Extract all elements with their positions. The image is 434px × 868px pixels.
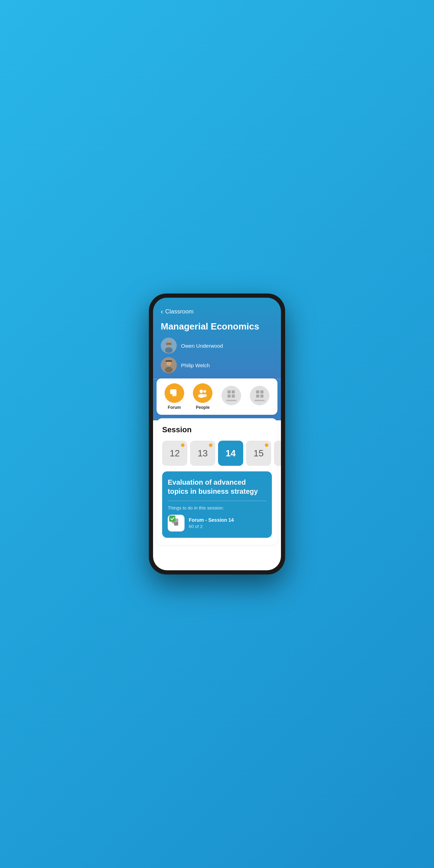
svg-point-2	[165, 347, 173, 353]
header-area: ‹ Classroom Managerial Economics	[153, 298, 281, 379]
tab-3[interactable]	[222, 386, 241, 407]
back-label: Classroom	[165, 308, 194, 315]
card-divider	[168, 501, 266, 501]
back-nav[interactable]: ‹ Classroom	[161, 308, 273, 316]
task-icon-inner	[171, 518, 181, 529]
things-todo-label: Things to do in this session:	[168, 505, 266, 511]
session-card: Evaluation of advanced topics in busines…	[162, 471, 272, 538]
session-numbers: 12 13 14 15 16	[162, 441, 272, 466]
back-chevron-icon: ‹	[161, 308, 163, 316]
course-title: Managerial Economics	[161, 321, 273, 332]
svg-point-18	[203, 394, 207, 397]
instructor-name-1: Owen Underwood	[181, 343, 223, 349]
session-num-15[interactable]: 15	[246, 441, 271, 466]
avatar-instructor-2	[161, 357, 177, 373]
task-icon-box	[168, 515, 185, 531]
session-num-14[interactable]: 14	[218, 441, 243, 466]
people-tab-label: People	[196, 405, 210, 410]
people-icon-circle	[193, 383, 212, 403]
session-num-12[interactable]: 12	[162, 441, 187, 466]
grid-icon-4	[254, 390, 265, 401]
svg-point-8	[166, 361, 171, 366]
tab-forum[interactable]: Forum	[165, 383, 184, 410]
dot-13	[209, 443, 212, 447]
avatar-instructor-1	[161, 338, 177, 354]
forum-icon-circle	[165, 383, 184, 403]
task-row[interactable]: Forum - Session 14 60 of 2	[168, 515, 266, 531]
svg-point-16	[203, 390, 206, 393]
instructor-row-1: Owen Underwood	[161, 338, 273, 354]
phone-screen: ‹ Classroom Managerial Economics	[153, 298, 281, 570]
dot-12	[181, 443, 185, 447]
instructors-list: Owen Underwood Philip Welch	[161, 338, 273, 373]
instructor-name-2: Philip Welch	[181, 362, 210, 368]
dot-15	[265, 443, 268, 447]
people-icon	[197, 388, 208, 398]
session-num-16[interactable]: 16	[274, 441, 281, 466]
grid-icon-3	[226, 390, 237, 401]
svg-point-11	[165, 360, 172, 362]
check-badge	[169, 515, 175, 522]
forum-icon	[169, 388, 180, 398]
task-info: Forum - Session 14 60 of 2	[189, 517, 234, 529]
tab-4[interactable]	[250, 386, 269, 407]
session-section-title: Session	[162, 425, 272, 434]
svg-point-9	[165, 367, 173, 372]
tab3-icon-circle	[222, 386, 241, 405]
task-count: 60 of 2	[189, 524, 234, 529]
tab4-icon-circle	[250, 386, 269, 405]
svg-rect-20	[174, 522, 178, 526]
tab-bar: Forum People	[157, 378, 277, 415]
svg-rect-13	[172, 393, 176, 396]
phone-frame: ‹ Classroom Managerial Economics	[149, 294, 285, 574]
main-content: Session 12 13 14 15	[157, 418, 277, 545]
forum-tab-label: Forum	[168, 405, 181, 410]
session-num-13[interactable]: 13	[190, 441, 215, 466]
tab-people[interactable]: People	[193, 383, 212, 410]
svg-point-15	[200, 390, 203, 393]
instructor-row-2: Philip Welch	[161, 357, 273, 373]
task-name: Forum - Session 14	[189, 517, 234, 523]
session-card-title: Evaluation of advanced topics in busines…	[168, 478, 266, 496]
